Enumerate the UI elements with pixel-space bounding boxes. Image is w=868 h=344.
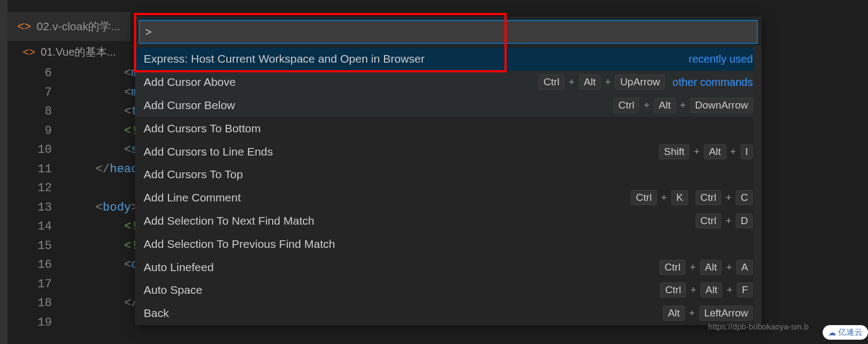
key: I (741, 144, 753, 159)
keyboard-shortcut: Ctrl+Alt+DownArrow (614, 98, 753, 113)
key: Ctrl (631, 190, 657, 205)
line-number: 10 (8, 143, 67, 157)
key: Ctrl (660, 260, 685, 275)
command-palette-input[interactable]: > (139, 21, 757, 43)
line-number: 6 (8, 66, 67, 80)
command-item[interactable]: Add Cursor AboveCtrl+Alt+UpArrowother co… (135, 71, 762, 94)
command-label: Add Selection To Previous Find Match (144, 238, 335, 251)
command-label: Add Selection To Next Find Match (144, 214, 314, 227)
plus-separator: + (569, 76, 575, 88)
command-label: Express: Host Current Workspace and Open… (144, 52, 425, 65)
line-number: 18 (8, 296, 67, 310)
plus-separator: + (690, 261, 696, 273)
palette-scrollbar[interactable] (754, 46, 762, 325)
command-palette-list: Express: Host Current Workspace and Open… (135, 48, 762, 325)
key: Alt (654, 98, 676, 113)
tab-bar: <> 02.v-cloak的学... (8, 12, 130, 41)
key: C (736, 190, 753, 205)
tab-active[interactable]: <> 02.v-cloak的学... (8, 12, 130, 41)
command-item[interactable]: Auto SpaceCtrl+Alt+F (135, 279, 762, 302)
command-item[interactable]: Add Cursors To Bottom (135, 117, 762, 140)
plus-separator: + (726, 284, 732, 296)
plus-separator: + (725, 215, 731, 227)
keyboard-shortcut: Ctrl+Alt+F (660, 282, 753, 298)
command-palette: > Express: Host Current Workspace and Op… (135, 16, 762, 325)
keyboard-shortcut: Alt+LeftArrow (663, 306, 753, 321)
key: Alt (579, 75, 601, 90)
command-item[interactable]: Add Cursors To Top (135, 163, 762, 186)
command-item[interactable]: Express: Host Current Workspace and Open… (135, 48, 762, 71)
command-meta: recently used (689, 53, 753, 65)
code-content: </head> (67, 163, 145, 176)
command-label: Add Line Comment (144, 191, 241, 204)
breadcrumb[interactable]: <> 01.Vue的基本... (8, 42, 131, 62)
breadcrumb-file: 01.Vue的基本... (41, 45, 116, 59)
keyboard-shortcut: Ctrl+K (631, 190, 688, 205)
html-file-icon: <> (23, 46, 35, 58)
activity-bar[interactable] (0, 0, 8, 344)
key: Ctrl (696, 213, 722, 228)
key: Ctrl (660, 282, 686, 298)
command-item[interactable]: Add Cursors to Line EndsShift+Alt+I (135, 140, 762, 163)
line-number: 9 (8, 124, 67, 138)
command-meta: Ctrl+Alt+F (660, 282, 753, 298)
key: K (671, 190, 688, 205)
command-item[interactable]: Add Selection To Next Find MatchCtrl+D (135, 210, 762, 233)
line-number: 13 (8, 201, 67, 214)
key: Ctrl (614, 98, 640, 113)
plus-separator: + (661, 192, 667, 204)
command-label: Auto Linefeed (144, 261, 214, 274)
plus-separator: + (680, 99, 686, 111)
key: Alt (701, 282, 722, 298)
command-label: Add Cursor Below (144, 99, 235, 112)
command-label: Back (144, 307, 169, 320)
key: A (736, 260, 753, 275)
key: F (737, 282, 753, 298)
line-number: 12 (8, 181, 67, 195)
command-item[interactable]: Add Cursor BelowCtrl+Alt+DownArrow (135, 94, 762, 117)
watermark-url: https://dpb-bobokaoya-sm.b (708, 322, 809, 331)
plus-separator: + (605, 76, 611, 88)
html-file-icon: <> (17, 19, 31, 33)
line-number: 19 (8, 316, 67, 329)
line-number: 16 (8, 258, 67, 272)
command-meta: Shift+Alt+I (659, 144, 753, 159)
command-meta: Ctrl+D (696, 213, 753, 228)
line-number: 8 (8, 105, 67, 118)
key: D (736, 213, 753, 228)
keyboard-shortcut: Ctrl+D (696, 213, 753, 228)
keyboard-shortcut: Ctrl+C (696, 190, 753, 205)
key: LeftArrow (699, 306, 753, 321)
key: Alt (663, 306, 684, 321)
key: Alt (700, 260, 722, 275)
line-number: 15 (8, 239, 67, 253)
group-label: other commands (672, 76, 753, 89)
line-number: 11 (8, 163, 67, 176)
keyboard-shortcut: Ctrl+Alt+A (660, 260, 753, 275)
command-item[interactable]: Add Line CommentCtrl+KCtrl+C (135, 186, 762, 210)
cloud-badge: ☁ 亿速云 (823, 325, 868, 340)
plus-separator: + (726, 261, 732, 273)
command-item[interactable]: Auto LinefeedCtrl+Alt+A (135, 255, 762, 279)
key: Shift (659, 144, 689, 159)
command-label: Auto Space (144, 284, 203, 296)
line-number: 17 (8, 278, 67, 291)
command-meta: Ctrl+KCtrl+C (631, 190, 753, 205)
keyboard-shortcut: Shift+Alt+I (659, 144, 753, 159)
group-label: recently used (689, 53, 753, 65)
plus-separator: + (643, 99, 649, 111)
command-meta: Ctrl+Alt+DownArrow (614, 98, 753, 113)
watermark: ☁ 亿速云 (823, 325, 868, 340)
tab-label: 02.v-cloak的学... (37, 19, 120, 34)
command-label: Add Cursors to Line Ends (144, 145, 273, 158)
command-label: Add Cursor Above (144, 76, 235, 89)
cloud-icon: ☁ (828, 328, 836, 338)
key: Alt (704, 144, 725, 159)
watermark-badge-text: 亿速云 (838, 327, 863, 338)
plus-separator: + (690, 284, 696, 296)
command-meta: Ctrl+Alt+UpArrowother commands (539, 75, 753, 90)
command-item[interactable]: Add Selection To Previous Find Match (135, 232, 762, 255)
line-number: 7 (8, 86, 67, 99)
command-item[interactable]: BackAlt+LeftArrow (135, 302, 762, 325)
plus-separator: + (694, 146, 699, 158)
